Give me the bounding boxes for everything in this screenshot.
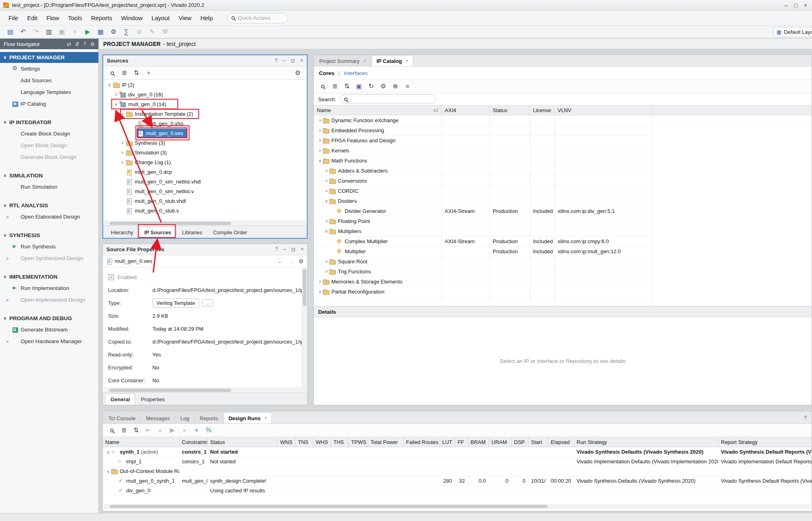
column-header[interactable]: BRAM xyxy=(468,437,489,447)
sidebar-item-settings[interactable]: Settings xyxy=(0,63,98,75)
catalog-row-multiplier[interactable]: Multiplier Production Included xilinx.co… xyxy=(314,246,652,256)
column-header[interactable]: FF xyxy=(455,437,468,447)
dock-icon[interactable]: ⇄ xyxy=(67,41,71,47)
settings-gear-icon[interactable]: ⚙ xyxy=(108,27,119,37)
expander-icon[interactable]: ∨ xyxy=(105,469,111,474)
scrollbar-thumb[interactable] xyxy=(110,505,548,508)
expander-icon[interactable]: > xyxy=(119,140,125,145)
catalog-row-floating-point[interactable]: > Floating Point xyxy=(314,216,652,226)
run-icon[interactable]: ▶ xyxy=(167,425,178,435)
tab-tcl-console[interactable]: Tcl Console xyxy=(104,413,140,423)
search-icon[interactable] xyxy=(106,425,117,435)
tree-item-mult_gen_0-veo[interactable]: mult_gen_0.veo xyxy=(103,128,307,138)
expander-icon[interactable]: > xyxy=(323,168,329,173)
sidebar-item-create-block-design[interactable]: Create Block Design xyxy=(0,128,98,140)
catalog-row-square-root[interactable]: > Square Root xyxy=(314,256,652,267)
tree-item-sim-netlist-v[interactable]: mult_gen_0_sim_netlist.v xyxy=(103,186,307,196)
sidebar-item-run-synthesis[interactable]: Run Synthesis xyxy=(0,241,98,252)
catalog-row-cordic[interactable]: > CORDIC xyxy=(314,186,652,196)
column-header-vlnv[interactable]: VLNV xyxy=(554,106,652,115)
expander-icon[interactable]: > xyxy=(119,160,125,165)
tree-item-stub-v[interactable]: mult_gen_0_stub.v xyxy=(103,206,307,215)
vertical-scrollbar[interactable] xyxy=(302,267,307,388)
run-row-ooc-module-runs[interactable]: ∨ Out-of-Context Module Runs xyxy=(103,467,812,476)
help-icon[interactable]: ? xyxy=(83,41,86,47)
catalog-row-divider-generator[interactable]: Divider Generator AXI4-Stream Production… xyxy=(314,206,652,216)
report-sigma-icon[interactable]: ∑ xyxy=(121,27,132,37)
settings-icon[interactable]: ⚙ xyxy=(90,41,95,47)
catalog-row-conversions[interactable]: > Conversions xyxy=(314,176,652,186)
catalog-row-complex-multiplier[interactable]: Complex Multiplier AXI4-Stream Productio… xyxy=(314,236,652,246)
section-rtl-analysis[interactable]: ∨ RTL ANALYSIS xyxy=(0,200,98,211)
catalog-row-fpga-features[interactable]: > FPGA Features and Design xyxy=(314,135,652,146)
tree-item-change-log[interactable]: > Change Log (1) xyxy=(103,157,307,167)
column-header[interactable]: Report Strategy xyxy=(718,437,812,447)
tree-item-instantiation-template[interactable]: ∨ Instantiation Template (2) xyxy=(103,109,307,119)
column-header[interactable]: Run Strategy xyxy=(574,437,718,447)
quick-access-search[interactable]: Quick Access xyxy=(227,13,288,23)
sidebar-item-open-synthesized-design[interactable]: > Open Synthesized Design xyxy=(0,252,98,264)
catalog-row-dynamic-function-exchange[interactable]: > Dynamic Function eXchange xyxy=(314,115,652,125)
tree-item-ip[interactable]: ∨ IP (2) xyxy=(103,80,307,90)
menu-file[interactable]: File xyxy=(4,13,23,23)
scrollbar-thumb[interactable] xyxy=(109,389,231,392)
tab-ip-catalog[interactable]: IP Catalog × xyxy=(372,55,413,66)
undo-icon[interactable]: ↶ xyxy=(18,27,29,37)
edit-icon[interactable]: ✎ xyxy=(147,27,158,37)
sidebar-item-open-implemented-design[interactable]: > Open Implemented Design xyxy=(0,294,98,306)
tree-item-mult_gen_0[interactable]: ∨ mult_gen_0 (14) xyxy=(103,99,307,109)
redo-icon[interactable]: ↷ xyxy=(31,27,42,37)
close-icon[interactable]: × xyxy=(301,246,304,252)
back-icon[interactable]: « xyxy=(155,425,166,435)
column-header[interactable]: Start xyxy=(529,437,548,447)
expand-all-icon[interactable]: ⇅ xyxy=(131,68,142,78)
scrollbar-thumb[interactable] xyxy=(110,222,231,225)
menu-tools[interactable]: Tools xyxy=(64,13,87,23)
expander-icon[interactable]: > xyxy=(317,148,323,153)
horizontal-scrollbar[interactable] xyxy=(104,504,810,509)
expander-icon[interactable]: > xyxy=(317,289,323,294)
section-simulation[interactable]: ∨ SIMULATION xyxy=(0,170,98,181)
expander-icon[interactable]: > xyxy=(119,150,125,155)
catalog-row-adders-subtracters[interactable]: > Adders & Subtracters xyxy=(314,166,652,176)
expander-icon[interactable]: > xyxy=(323,269,329,274)
catalog-row-embedded-processing[interactable]: > Embedded Processing xyxy=(314,125,652,135)
forward-icon[interactable]: → xyxy=(288,258,294,265)
catalog-row-multipliers[interactable]: ∨ Multipliers xyxy=(314,226,652,236)
cores-subtab[interactable]: Cores xyxy=(319,70,334,76)
sidebar-item-open-block-design[interactable]: Open Block Design xyxy=(0,140,98,151)
column-header[interactable]: TNS xyxy=(296,437,313,447)
column-header[interactable]: WHS xyxy=(313,437,331,447)
scrollbar-thumb[interactable] xyxy=(303,269,306,306)
sidebar-item-open-hardware-manager[interactable]: > Open Hardware Manager xyxy=(0,336,98,347)
tree-item-div_gen_0[interactable]: > div_gen_0 (16) xyxy=(103,90,307,99)
help-icon[interactable]: ? xyxy=(275,246,278,252)
tab-compile-order[interactable]: Compile Order xyxy=(208,227,252,238)
dashboard-icon[interactable]: ▦ xyxy=(95,27,106,37)
sidebar-item-run-simulation[interactable]: Run Simulation xyxy=(0,181,98,193)
sidebar-item-run-implementation[interactable]: Run Implementation xyxy=(0,282,98,294)
tab-messages[interactable]: Messages xyxy=(141,413,175,423)
search-icon[interactable] xyxy=(107,68,118,78)
forward-icon[interactable]: » xyxy=(179,425,190,435)
menu-view[interactable]: View xyxy=(174,13,196,23)
sidebar-item-ip-catalog[interactable]: IP Catalog xyxy=(0,98,98,110)
menu-window[interactable]: Window xyxy=(117,13,147,23)
column-header[interactable]: LUT xyxy=(440,437,455,447)
stop-icon[interactable]: ■ xyxy=(402,81,413,91)
column-header[interactable]: Total Power xyxy=(368,437,404,447)
ip-settings-icon[interactable]: ▣ xyxy=(354,81,364,91)
expander-icon[interactable]: > xyxy=(317,138,323,143)
catalog-row-math-functions[interactable]: ∨ Math Functions xyxy=(314,156,652,166)
section-project-manager[interactable]: ∨ PROJECT MANAGER xyxy=(0,52,98,63)
tab-design-runs[interactable]: Design Runs × xyxy=(224,413,272,423)
column-header[interactable]: WNS xyxy=(278,437,296,447)
expander-icon[interactable]: ∨ xyxy=(323,229,329,233)
expander-icon[interactable]: > xyxy=(317,279,323,284)
catalog-row-kernels[interactable]: > Kernels xyxy=(314,146,652,156)
close-tab-icon[interactable]: × xyxy=(264,415,267,421)
expander-icon[interactable]: > xyxy=(323,188,329,193)
tab-ip-sources[interactable]: IP Sources xyxy=(139,227,177,238)
column-header-license[interactable]: License xyxy=(530,106,554,115)
column-header[interactable]: Status xyxy=(208,437,278,447)
